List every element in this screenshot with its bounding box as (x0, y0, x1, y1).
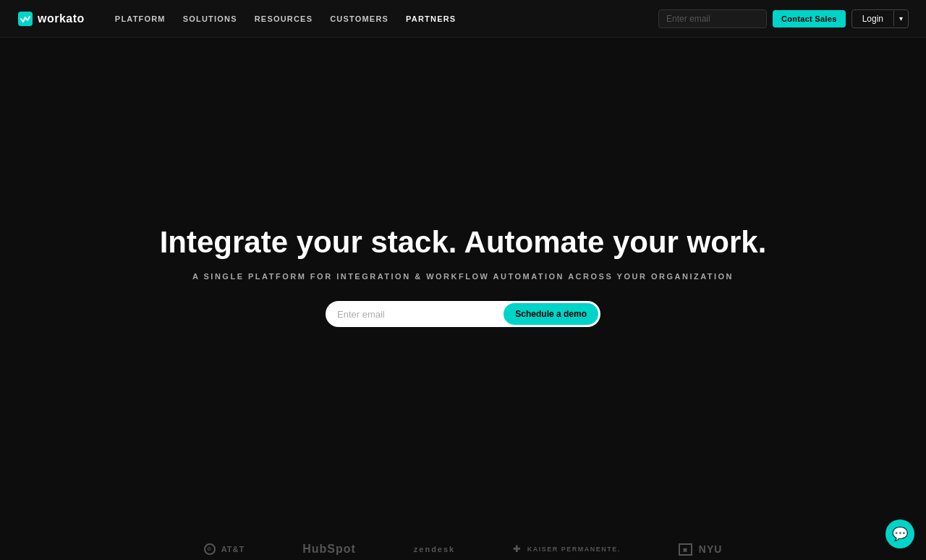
login-dropdown-button[interactable]: ▾ (893, 11, 908, 26)
nav-resources[interactable]: RESOURCES (247, 10, 320, 27)
login-button[interactable]: Login (852, 10, 893, 27)
nav-solutions[interactable]: SOLUTIONS (176, 10, 245, 27)
logo-att: ⊙ AT&T (204, 543, 245, 555)
navbar-right: Contact Sales Login ▾ (658, 9, 909, 28)
hero-title: Integrate your stack. Automate your work… (160, 224, 767, 260)
nav-platform[interactable]: PLATFORM (108, 10, 173, 27)
hero-section: Integrate your stack. Automate your work… (0, 0, 926, 514)
logo-text: workato (38, 12, 85, 25)
contact-sales-button[interactable]: Contact Sales (773, 10, 846, 27)
nav-email-input[interactable] (658, 9, 767, 28)
navbar: workato PLATFORM SOLUTIONS RESOURCES CUS… (0, 0, 926, 38)
workato-logo-icon (17, 11, 33, 27)
nav-customers[interactable]: CUSTOMERS (323, 10, 396, 27)
chat-icon: 💬 (892, 526, 908, 542)
att-icon: ⊙ (204, 543, 216, 555)
hero-form: Schedule a demo (326, 301, 600, 327)
login-button-group: Login ▾ (851, 9, 909, 28)
kaiser-cross-icon: ✚ (513, 544, 522, 554)
logo-hubspot: HubSpot (302, 543, 356, 556)
chat-bubble-button[interactable]: 💬 (885, 519, 914, 548)
logo-kaiser: ✚ KAISER PERMANENTE. (513, 544, 621, 554)
logo-zendesk: zendesk (414, 545, 455, 553)
hero-email-input[interactable] (337, 305, 504, 324)
hero-demo-button[interactable]: Schedule a demo (504, 303, 598, 325)
hero-subtitle: A SINGLE PLATFORM FOR INTEGRATION & WORK… (192, 272, 734, 281)
nav-links: PLATFORM SOLUTIONS RESOURCES CUSTOMERS P… (108, 10, 658, 27)
logo-nyu: ■ NYU (679, 543, 723, 556)
nyu-box-icon: ■ (679, 543, 692, 556)
logo-link[interactable]: workato (17, 11, 85, 27)
logos-section: ⊙ AT&T HubSpot zendesk ✚ KAISER PERMANEN… (0, 514, 926, 560)
nav-partners[interactable]: PARTNERS (399, 10, 463, 27)
